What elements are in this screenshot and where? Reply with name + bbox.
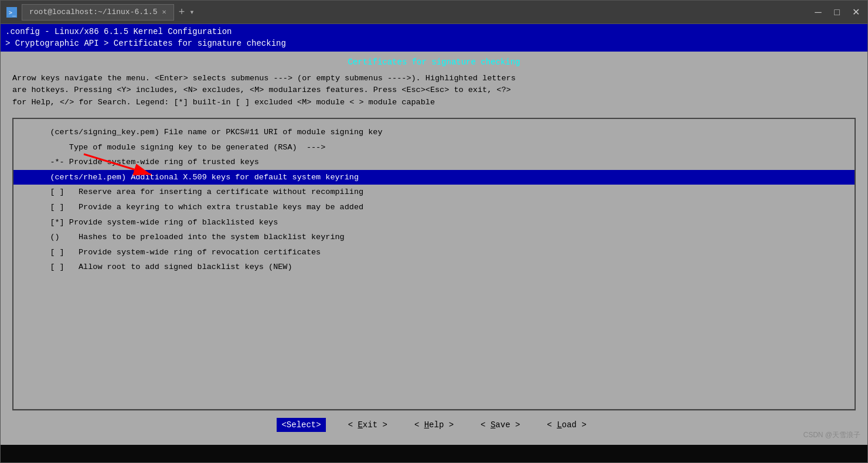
menu-item-revocation-certs[interactable]: [ ] Provide system-wide ring of revocati…	[13, 245, 855, 260]
terminal-area: .config - Linux/x86 6.1.5 Kernel Configu…	[1, 24, 867, 462]
footer-area	[1, 445, 867, 462]
close-tab-button[interactable]: ✕	[162, 8, 166, 16]
config-path-line2: > Cryptographic API > Certificates for s…	[5, 38, 863, 50]
svg-text:>_: >_	[9, 9, 16, 16]
help-line2: are hotkeys. Pressing <Y> includes, <N> …	[12, 84, 856, 96]
menu-item-allow-root[interactable]: [ ] Allow root to add signed blacklist k…	[13, 260, 855, 275]
tab-active[interactable]: root@localhost:~/linux-6.1.5 ✕	[22, 4, 174, 21]
close-button[interactable]: ✕	[850, 6, 862, 18]
help-line3: for Help, </> for Search. Legend: [*] bu…	[12, 97, 856, 108]
tab-label: root@localhost:~/linux-6.1.5	[29, 8, 157, 16]
tab-dropdown-button[interactable]: ▾	[189, 7, 194, 17]
terminal-icon: >_	[6, 7, 17, 18]
menu-item-key-type[interactable]: Type of module signing key to be generat…	[13, 140, 855, 155]
select-button[interactable]: <Select>	[277, 418, 325, 432]
menu-item-keyring-trustable[interactable]: [ ] Provide a keyring to which extra tru…	[13, 200, 855, 215]
maximize-button[interactable]: □	[831, 7, 843, 18]
menu-item-signing-key[interactable]: (certs/signing_key.pem) File name or PKC…	[13, 125, 855, 140]
title-bar: >_ root@localhost:~/linux-6.1.5 ✕ + ▾ ─ …	[1, 1, 867, 24]
menu-item-blacklisted-keys[interactable]: [*] Provide system-wide ring of blacklis…	[13, 215, 855, 230]
menu-item-reserve-area[interactable]: [ ] Reserve area for inserting a certifi…	[13, 185, 855, 200]
watermark: CSDN @天雪浪子	[803, 430, 860, 440]
help-text: Arrow keys navigate the menu. <Enter> se…	[12, 73, 856, 108]
window: >_ root@localhost:~/linux-6.1.5 ✕ + ▾ ─ …	[0, 0, 868, 463]
tab-area: root@localhost:~/linux-6.1.5 ✕ + ▾	[22, 4, 812, 21]
window-controls: ─ □ ✕	[812, 6, 862, 18]
main-content: Certificates for signature checking Arro…	[1, 52, 867, 445]
exit-button[interactable]: < Exit >	[343, 418, 392, 432]
load-button[interactable]: < Load >	[542, 418, 591, 432]
menu-item-hashes[interactable]: () Hashes to be preloaded into the syste…	[13, 230, 855, 245]
add-tab-button[interactable]: +	[174, 6, 190, 18]
config-path-line1: .config - Linux/x86 6.1.5 Kernel Configu…	[5, 26, 863, 38]
save-button[interactable]: < Save >	[476, 418, 525, 432]
minimize-button[interactable]: ─	[812, 7, 824, 18]
menu-item-trusted-keys[interactable]: -*- Provide system-wide ring of trusted …	[13, 155, 855, 170]
bottom-bar: <Select> < Exit > < Help > < Save > < Lo…	[12, 410, 856, 439]
menu-item-additional-keys[interactable]: (certs/rhel.pem) Additional X.509 keys f…	[13, 170, 855, 185]
help-line1: Arrow keys navigate the menu. <Enter> se…	[12, 73, 856, 84]
menu-box: (certs/signing_key.pem) File name or PKC…	[12, 118, 856, 410]
dialog-title: Certificates for signature checking	[12, 57, 856, 67]
help-button[interactable]: < Help >	[410, 418, 458, 432]
top-bar: .config - Linux/x86 6.1.5 Kernel Configu…	[1, 24, 867, 52]
